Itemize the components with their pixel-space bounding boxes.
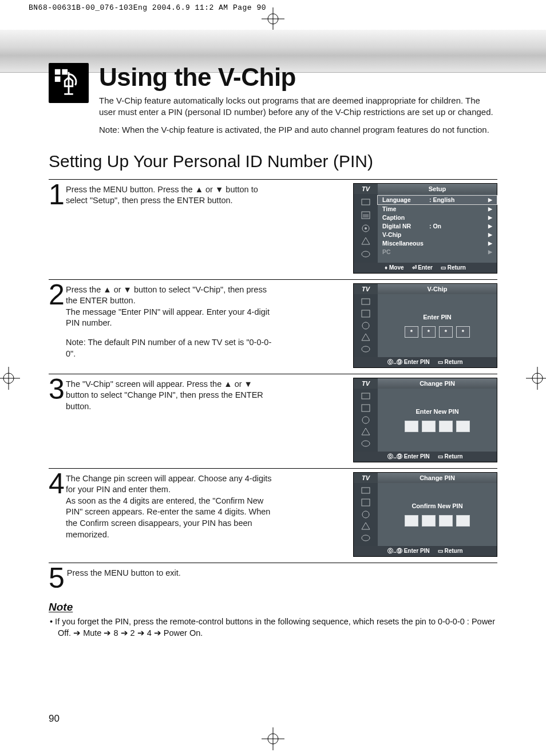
print-job-header: BN68-00631B-00_076-103Eng 2004.6.9 11:2 … [0, 0, 266, 12]
osd-sidebar-icons [354, 194, 378, 263]
osd-icon [361, 250, 371, 259]
step-number: 5 [49, 567, 65, 589]
pin-digit[interactable] [456, 515, 470, 527]
svg-rect-12 [55, 69, 61, 75]
osd-hint-enter: ⏎ Enter [412, 264, 433, 271]
osd-tv-label: TV [354, 184, 378, 194]
osd-menu-item-misc[interactable]: Miscellaneous▶ [378, 239, 497, 248]
step-text: Press the ▲ or ▼ button to select "V-Chi… [66, 283, 272, 359]
pin-digit[interactable] [456, 421, 470, 432]
pin-digit[interactable]: * [439, 326, 453, 338]
step-text: Press the MENU button to exit. [67, 567, 181, 589]
osd-pin-input[interactable] [405, 421, 470, 432]
pin-digit[interactable] [422, 421, 436, 432]
pin-digit[interactable] [422, 515, 436, 527]
osd-title: Change PIN [378, 474, 497, 481]
intro-paragraph-2: Note: When the V-chip feature is activat… [99, 124, 497, 136]
intro-paragraph-1: The V-Chip feature automatically locks o… [99, 95, 497, 118]
crop-mark-bottom-icon [262, 727, 284, 750]
section-heading: Setting Up Your Personal ID Number (PIN) [49, 152, 497, 171]
svg-rect-29 [362, 488, 370, 493]
svg-rect-14 [55, 76, 61, 82]
osd-menu-list: Language: English▶ Time▶ Caption▶ Digita… [378, 194, 497, 258]
pin-digit[interactable] [439, 421, 453, 432]
step-1: 1 Press the MENU button. Press the ▲ or … [49, 179, 497, 279]
svg-rect-26 [362, 405, 370, 411]
step-2: 2 Press the ▲ or ▼ button to select "V-C… [49, 279, 497, 374]
osd-title: Setup [378, 185, 497, 192]
step-5: 5 Press the MENU button to exit. [49, 563, 497, 589]
pin-digit[interactable]: * [422, 326, 436, 338]
step-text: The "V-Chip" screen will appear. Press t… [66, 378, 272, 413]
step-number: 1 [49, 183, 64, 207]
osd-pin-label: Enter New PIN [416, 408, 458, 415]
svg-point-19 [365, 227, 367, 229]
osd-pin-input[interactable] [405, 515, 470, 527]
osd-sidebar-icons [354, 294, 378, 357]
osd-icon [361, 198, 371, 207]
osd-pin-input[interactable]: * * * * [405, 326, 470, 338]
svg-rect-22 [362, 310, 370, 317]
osd-menu-item-language[interactable]: Language: English▶ [378, 196, 497, 204]
vchip-section-icon [49, 63, 89, 103]
pin-digit[interactable] [405, 421, 418, 432]
osd-pin-label: Enter PIN [423, 314, 452, 320]
svg-point-27 [362, 417, 369, 423]
svg-rect-25 [362, 393, 370, 399]
osd-title: Change PIN [378, 380, 497, 387]
pin-digit[interactable]: * [405, 326, 418, 338]
osd-menu-item-time[interactable]: Time▶ [378, 204, 497, 213]
step-text: Press the MENU button. Press the ▲ or ▼ … [66, 183, 272, 207]
osd-menu-item-vchip[interactable]: V-Chip▶ [378, 231, 497, 239]
osd-icon [361, 236, 371, 246]
osd-footer: ♦ Move ⏎ Enter ▭ Return [354, 263, 497, 273]
crop-mark-top-icon [262, 7, 284, 30]
svg-point-32 [362, 535, 370, 541]
svg-rect-13 [62, 69, 68, 75]
svg-rect-15 [362, 199, 370, 205]
osd-tv-label: TV [354, 473, 378, 483]
osd-icon [361, 211, 371, 220]
pin-digit[interactable] [405, 515, 418, 527]
osd-icon [361, 224, 371, 233]
osd-footer: ⓪..⑨ Enter PIN ▭ Return [354, 546, 497, 556]
osd-change-pin-enter: TV Change PIN [353, 378, 497, 462]
osd-vchip-enter-pin: TV V-Chip [353, 283, 497, 368]
osd-menu-item-digitalnr[interactable]: Digital NR: On▶ [378, 221, 497, 230]
osd-change-pin-confirm: TV Change PIN [353, 472, 497, 557]
step-number: 4 [49, 472, 64, 540]
note-body: • If you forget the PIN, press the remot… [49, 616, 497, 639]
page-title: Using the V-Chip [99, 63, 497, 92]
osd-sidebar-icons [354, 389, 378, 452]
osd-footer: ⓪..⑨ Enter PIN ▭ Return [354, 357, 497, 367]
step-number: 2 [49, 283, 64, 359]
svg-rect-30 [362, 499, 370, 506]
osd-sidebar-icons [354, 483, 378, 546]
svg-point-31 [362, 511, 369, 518]
svg-rect-17 [363, 214, 369, 217]
svg-point-23 [362, 322, 369, 329]
page-content: Using the V-Chip The V-Chip feature auto… [49, 57, 497, 639]
osd-tv-label: TV [354, 284, 378, 294]
svg-rect-21 [362, 299, 370, 304]
crop-mark-right-icon [526, 367, 546, 390]
osd-pin-label: Confirm New PIN [412, 502, 462, 509]
crop-mark-left-icon [0, 367, 20, 390]
manual-page: BN68-00631B-00_076-103Eng 2004.6.9 11:2 … [0, 0, 546, 756]
svg-point-24 [362, 346, 370, 352]
osd-menu-item-pc: PC▶ [378, 248, 497, 256]
step-number: 3 [49, 378, 64, 413]
osd-hint-pin: ⓪..⑨ Enter PIN [387, 358, 429, 366]
svg-point-28 [362, 441, 370, 446]
pin-digit[interactable]: * [456, 326, 470, 338]
page-number: 90 [49, 713, 60, 725]
svg-point-20 [362, 251, 370, 257]
pin-digit[interactable] [439, 515, 453, 527]
osd-footer: ⓪..⑨ Enter PIN ▭ Return [354, 452, 497, 462]
step-3: 3 The "V-Chip" screen will appear. Press… [49, 374, 497, 468]
osd-hint-return: ▭ Return [441, 264, 466, 271]
osd-hint-move: ♦ Move [385, 264, 403, 271]
step-text: The Change pin screen will appear. Choos… [66, 472, 272, 540]
osd-tv-label: TV [354, 378, 378, 389]
osd-menu-item-caption[interactable]: Caption▶ [378, 213, 497, 221]
